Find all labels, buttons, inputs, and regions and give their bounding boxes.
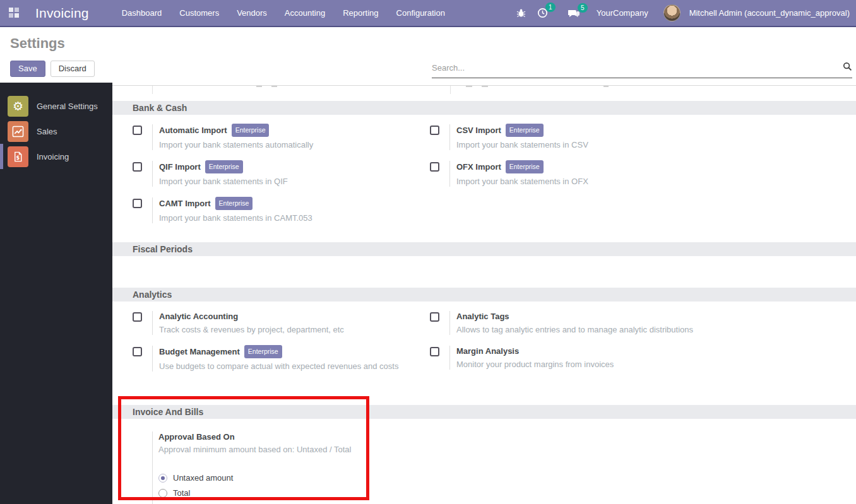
setting-title: Budget Management bbox=[159, 347, 240, 356]
setting-title: Automatic Import bbox=[159, 126, 227, 135]
setting-description: Monitor your product margins from invoic… bbox=[456, 359, 614, 370]
svg-text:$: $ bbox=[16, 155, 20, 160]
invoice-document-icon: $ bbox=[8, 146, 28, 167]
app-name[interactable]: Invoicing bbox=[35, 6, 89, 21]
enterprise-badge: Enterprise bbox=[215, 197, 253, 210]
company-menu[interactable]: YourCompany bbox=[597, 8, 648, 18]
setting-camt-import: CAMT ImportEnterprise Import your bank s… bbox=[133, 197, 430, 223]
section-title: Analytics bbox=[133, 290, 172, 300]
top-nav: Invoicing Dashboard Customers Vendors Ac… bbox=[0, 0, 856, 27]
section-header-analytics: Analytics bbox=[112, 288, 856, 302]
sidebar-item-sales[interactable]: Sales bbox=[0, 119, 112, 144]
setting-title: Analytic Accounting bbox=[159, 312, 238, 321]
save-button[interactable]: Save bbox=[10, 61, 45, 77]
section-title: Bank & Cash bbox=[133, 103, 187, 113]
menu-accounting[interactable]: Accounting bbox=[276, 0, 334, 26]
apps-grid-icon[interactable] bbox=[9, 8, 20, 18]
settings-sidebar: ⚙ General Settings Sales bbox=[0, 83, 112, 504]
setting-description: Import your bank statements in OFX bbox=[456, 176, 588, 187]
setting-description: Track costs & revenues by project, depar… bbox=[159, 324, 344, 335]
radio-label: Total bbox=[173, 488, 190, 498]
setting-title: CSV Import bbox=[456, 126, 501, 135]
setting-analytic-tags: Analytic Tags Allows to tag analytic ent… bbox=[430, 311, 856, 335]
setting-title: QIF Import bbox=[159, 162, 201, 172]
setting-description: Import your bank statements in QIF bbox=[159, 176, 288, 187]
user-menu[interactable]: Mitchell Admin (account_dynamic_approval… bbox=[689, 8, 850, 18]
setting-description: Import your bank statements automaticall… bbox=[159, 139, 313, 150]
control-panel: Settings Save Discard bbox=[0, 27, 856, 83]
menu-vendors[interactable]: Vendors bbox=[228, 0, 276, 26]
checkbox-analytic-tags[interactable] bbox=[430, 312, 439, 322]
setting-ofx-import: OFX ImportEnterprise Import your bank st… bbox=[430, 161, 856, 187]
sidebar-item-invoicing[interactable]: $ Invoicing bbox=[0, 144, 112, 169]
setting-description: Allows to tag analytic entries and to ma… bbox=[456, 324, 693, 335]
section-title: Invoice And Bills bbox=[133, 407, 203, 417]
checkbox-automatic-import[interactable] bbox=[133, 126, 142, 135]
search-bar bbox=[432, 62, 852, 78]
activity-count-badge: 1 bbox=[545, 3, 556, 12]
radio-button-checked[interactable] bbox=[158, 474, 167, 483]
bank-cash-grid: Automatic ImportEnterprise Import your b… bbox=[112, 115, 856, 242]
radio-option-total[interactable]: Total bbox=[158, 488, 856, 498]
user-avatar[interactable] bbox=[663, 4, 681, 21]
enterprise-badge: Enterprise bbox=[506, 160, 544, 173]
menu-dashboard[interactable]: Dashboard bbox=[113, 0, 171, 26]
enterprise-badge: Enterprise bbox=[506, 124, 544, 137]
nav-right-icons: 1 5 YourCompany Mitchell Admin (account_… bbox=[513, 4, 850, 21]
checkbox-ofx-import[interactable] bbox=[430, 162, 439, 172]
setting-title: Approval Based On bbox=[158, 431, 856, 443]
invoicing-settings-page: Invoicing Dashboard Customers Vendors Ac… bbox=[0, 0, 856, 504]
radio-button-unchecked[interactable] bbox=[158, 489, 167, 498]
line-chart-icon bbox=[8, 121, 28, 142]
sidebar-item-general-settings[interactable]: ⚙ General Settings bbox=[0, 93, 112, 119]
menu-reporting[interactable]: Reporting bbox=[334, 0, 387, 26]
setting-title: OFX Import bbox=[456, 162, 501, 172]
discard-button[interactable]: Discard bbox=[51, 61, 95, 77]
enterprise-badge: Enterprise bbox=[244, 345, 282, 358]
checkbox-analytic-accounting[interactable] bbox=[133, 312, 142, 322]
divider bbox=[152, 431, 153, 504]
enterprise-badge: Enterprise bbox=[232, 124, 270, 137]
sidebar-item-label: Sales bbox=[37, 127, 57, 136]
section-header-invoice-and-bills: Invoice And Bills bbox=[112, 405, 856, 419]
sidebar-item-label: General Settings bbox=[37, 102, 98, 111]
magnifier-icon[interactable] bbox=[843, 62, 852, 74]
activities-clock-icon[interactable]: 1 bbox=[533, 5, 552, 21]
checkbox-qif-import[interactable] bbox=[133, 162, 142, 172]
checkbox-budget-management[interactable] bbox=[133, 347, 142, 356]
gear-icon: ⚙ bbox=[8, 96, 28, 117]
setting-description: Import your bank statements in CAMT.053 bbox=[159, 213, 312, 223]
setting-automatic-import: Automatic ImportEnterprise Import your b… bbox=[133, 124, 430, 150]
page-title: Settings bbox=[10, 35, 65, 52]
setting-csv-import: CSV ImportEnterprise Import your bank st… bbox=[430, 124, 856, 150]
setting-title: CAMT Import bbox=[159, 199, 211, 208]
clipped-row-remnant bbox=[112, 83, 856, 101]
checkbox-margin-analysis[interactable] bbox=[430, 347, 439, 356]
section-title: Fiscal Periods bbox=[133, 244, 193, 254]
sidebar-item-label: Invoicing bbox=[37, 152, 69, 161]
approval-based-on-setting: Approval Based On Approval minimum amoun… bbox=[133, 431, 856, 504]
settings-content: Bank & Cash Automatic ImportEnterprise I… bbox=[112, 83, 856, 504]
setting-budget-management: Budget ManagementEnterprise Use budgets … bbox=[133, 346, 430, 372]
section-header-bank-cash: Bank & Cash bbox=[112, 101, 856, 115]
setting-margin-analysis: Margin Analysis Monitor your product mar… bbox=[430, 346, 856, 370]
radio-option-untaxed-amount[interactable]: Untaxed amount bbox=[158, 473, 856, 483]
menu-customers[interactable]: Customers bbox=[170, 0, 228, 26]
checkbox-camt-import[interactable] bbox=[133, 199, 142, 208]
setting-title: Analytic Tags bbox=[456, 312, 509, 321]
bug-icon[interactable] bbox=[513, 6, 530, 20]
nav-menu: Dashboard Customers Vendors Accounting R… bbox=[113, 0, 454, 26]
checkbox-csv-import[interactable] bbox=[430, 126, 439, 135]
setting-qif-import: QIF ImportEnterprise Import your bank st… bbox=[133, 161, 430, 187]
setting-description: Import your bank statements in CSV bbox=[456, 139, 588, 150]
enterprise-badge: Enterprise bbox=[205, 160, 243, 173]
setting-title: Margin Analysis bbox=[456, 346, 519, 356]
analytics-grid: Analytic Accounting Track costs & revenu… bbox=[112, 302, 856, 405]
messages-chat-icon[interactable]: 5 bbox=[564, 6, 584, 21]
search-input[interactable] bbox=[432, 63, 839, 73]
section-header-fiscal-periods: Fiscal Periods bbox=[112, 242, 856, 256]
message-count-badge: 5 bbox=[578, 3, 588, 13]
setting-description: Use budgets to compare actual with expec… bbox=[159, 361, 398, 372]
menu-configuration[interactable]: Configuration bbox=[388, 0, 454, 26]
setting-analytic-accounting: Analytic Accounting Track costs & revenu… bbox=[133, 311, 430, 335]
